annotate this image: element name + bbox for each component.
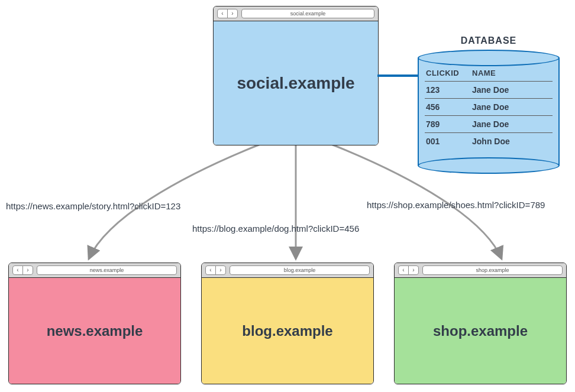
col-name: NAME (472, 69, 551, 77)
forward-icon[interactable]: › (228, 9, 237, 18)
database-table: CLICKID NAME 123 Jane Doe 456 Jane Doe 7… (425, 65, 553, 150)
cell-name: Jane Doe (472, 102, 551, 112)
browser-social: ‹ › social.example social.example (213, 6, 379, 145)
titlebar: ‹ › shop.example (395, 263, 566, 278)
back-icon[interactable]: ‹ (206, 266, 216, 274)
page-title: blog.example (202, 278, 373, 384)
table-row: 123 Jane Doe (425, 82, 553, 99)
table-row: 456 Jane Doe (425, 99, 553, 116)
url-label-shop: https://shop.example/shoes.html?clickID=… (367, 200, 545, 210)
page-title: shop.example (395, 278, 566, 384)
back-icon[interactable]: ‹ (218, 9, 228, 18)
browser-news: ‹ › news.example news.example (8, 263, 181, 384)
browser-blog: ‹ › blog.example blog.example (201, 263, 374, 384)
nav-buttons[interactable]: ‹ › (205, 265, 226, 275)
forward-icon[interactable]: › (23, 266, 33, 274)
database-label: DATABASE (418, 35, 560, 46)
cell-name: Jane Doe (472, 119, 551, 129)
nav-buttons[interactable]: ‹ › (217, 9, 238, 18)
address-bar[interactable]: news.example (37, 265, 177, 275)
url-label-blog: https://blog.example/dog.html?clickID=45… (192, 223, 359, 234)
url-label-news: https://news.example/story.html?clickID=… (6, 201, 180, 211)
cell-name: John Doe (472, 137, 551, 146)
cell-clickid: 456 (426, 102, 467, 112)
db-connector-line (377, 74, 419, 77)
table-row: 001 John Doe (425, 133, 553, 150)
forward-icon[interactable]: › (216, 266, 225, 274)
back-icon[interactable]: ‹ (399, 266, 409, 274)
table-header: CLICKID NAME (425, 65, 553, 82)
forward-icon[interactable]: › (409, 266, 418, 274)
cell-clickid: 789 (426, 119, 467, 129)
titlebar: ‹ › social.example (214, 7, 378, 21)
back-icon[interactable]: ‹ (13, 266, 23, 274)
col-clickid: CLICKID (426, 69, 467, 77)
nav-buttons[interactable]: ‹ › (12, 265, 33, 275)
database: DATABASE CLICKID NAME 123 Jane Doe 456 J… (418, 35, 560, 174)
address-bar[interactable]: social.example (241, 9, 374, 18)
database-cylinder-icon: CLICKID NAME 123 Jane Doe 456 Jane Doe 7… (418, 50, 560, 174)
titlebar: ‹ › blog.example (202, 263, 373, 278)
cell-name: Jane Doe (472, 85, 551, 95)
table-row: 789 Jane Doe (425, 116, 553, 133)
cell-clickid: 123 (426, 85, 467, 95)
cell-clickid: 001 (426, 137, 467, 146)
nav-buttons[interactable]: ‹ › (398, 265, 419, 275)
browser-shop: ‹ › shop.example shop.example (394, 263, 567, 384)
address-bar[interactable]: shop.example (422, 265, 563, 275)
titlebar: ‹ › news.example (9, 263, 180, 278)
page-title: news.example (9, 278, 180, 384)
address-bar[interactable]: blog.example (230, 265, 370, 275)
page-title: social.example (214, 21, 378, 145)
